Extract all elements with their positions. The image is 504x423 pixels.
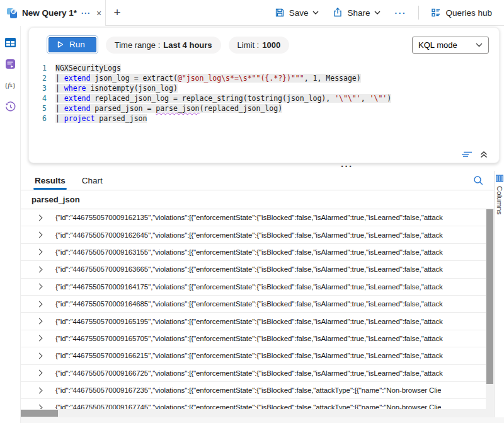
table-row[interactable]: {"id":"4467550570009162645","violations"… (21, 226, 494, 243)
table-row[interactable]: {"id":"4467550570009166215","violations"… (21, 347, 494, 364)
save-icon (275, 8, 285, 18)
horizontal-scrollbar-thumb[interactable] (21, 410, 58, 417)
expand-row-chevron-icon[interactable] (37, 266, 43, 272)
code-text: | where isnotempty(json_log) (55, 83, 178, 93)
kusto-web-explorer: New Query 1* ··· × + Save (0, 0, 504, 423)
table-row[interactable]: {"id":"4467550570009167235","violations"… (21, 382, 494, 399)
share-chevron-down-icon (374, 11, 381, 14)
expand-row-chevron-icon[interactable] (37, 249, 43, 255)
content-area: Run Time range : Last 4 hours Limit : 10… (21, 26, 504, 423)
query-editor[interactable]: 1NGXSecurityLogs2| extend json_log = ext… (29, 58, 499, 124)
row-json-value: {"id":"4467550570009162645","violations"… (55, 231, 443, 239)
vertical-scrollbar[interactable] (486, 209, 494, 417)
expand-row-chevron-icon[interactable] (37, 232, 43, 238)
query-tab-title: New Query 1* (22, 8, 77, 18)
editor-line[interactable]: 4| extend replaced_json_log = replace_st… (29, 93, 499, 103)
line-number: 5 (29, 103, 47, 113)
expand-row-chevron-icon[interactable] (37, 301, 43, 307)
expand-row-chevron-icon[interactable] (37, 318, 43, 325)
share-button[interactable]: Share (327, 4, 386, 21)
column-header-parsed-json[interactable]: parsed_json (21, 190, 494, 209)
line-number: 3 (29, 83, 47, 93)
save-button[interactable]: Save (269, 4, 325, 21)
search-icon[interactable] (472, 174, 485, 187)
row-json-value: {"id":"4467550570009167235","violations"… (55, 386, 441, 394)
limit-label: Limit : (238, 40, 260, 50)
play-icon (57, 41, 64, 48)
expand-row-chevron-icon[interactable] (37, 214, 43, 221)
code-text: | project parsed_json (55, 113, 147, 124)
columns-side-panel[interactable]: Columns (494, 171, 504, 417)
topbar-actions: Save Share ··· (269, 0, 504, 25)
row-json-value: {"id":"4467550570009166725","violations"… (55, 369, 443, 377)
row-json-value: {"id":"4467550570009164685","violations"… (55, 300, 443, 308)
time-range-value: Last 4 hours (163, 40, 212, 50)
tab-close-icon[interactable]: × (95, 8, 103, 18)
tables-icon[interactable] (4, 36, 16, 49)
adx-logo-icon (6, 8, 18, 19)
query-mode-select[interactable]: KQL mode (412, 37, 489, 54)
limit-picker[interactable]: Limit : 1000 (229, 37, 290, 54)
row-json-value: {"id":"4467550570009165195","violations"… (55, 318, 443, 325)
tab-more-icon[interactable]: ··· (81, 9, 91, 18)
run-label: Run (69, 40, 85, 49)
expand-row-chevron-icon[interactable] (37, 370, 43, 376)
tab-results[interactable]: Results (35, 171, 66, 190)
line-number: 4 (29, 93, 47, 103)
splitter-handle[interactable]: ··· (341, 161, 353, 171)
editor-line[interactable]: 6| project parsed_json (29, 113, 499, 124)
expand-row-chevron-icon[interactable] (37, 284, 43, 290)
editor-line[interactable]: 5| extend parsed_json = parse_json(repla… (29, 103, 499, 113)
editor-line[interactable]: 2| extend json_log = extract(@"json_log\… (29, 73, 499, 83)
history-icon[interactable] (4, 100, 16, 113)
expand-row-chevron-icon[interactable] (37, 387, 43, 393)
expand-row-chevron-icon[interactable] (37, 352, 43, 359)
save-label: Save (289, 8, 309, 18)
save-chevron-down-icon (312, 11, 319, 14)
results-tab-bar: Results Chart (21, 171, 504, 190)
table-row[interactable]: {"id":"4467550570009165195","violations"… (21, 313, 494, 330)
table-row[interactable]: {"id":"4467550570009166725","violations"… (21, 365, 494, 382)
time-range-picker[interactable]: Time range : Last 4 hours (106, 37, 221, 54)
limit-value: 1000 (262, 40, 280, 50)
new-tab-button[interactable]: + (106, 0, 129, 25)
share-label: Share (347, 8, 370, 18)
run-button[interactable]: Run (49, 37, 96, 52)
more-actions-button[interactable]: ··· (389, 4, 412, 21)
table-row[interactable]: {"id":"4467550570009163155","violations"… (21, 244, 494, 261)
editor-footer-icons (460, 149, 489, 159)
bottom-strip (21, 417, 504, 423)
table-row[interactable]: {"id":"4467550570009163665","violations"… (21, 261, 494, 278)
row-json-value: {"id":"4467550570009163665","violations"… (55, 265, 443, 273)
table-row[interactable]: {"id":"4467550570009164175","violations"… (21, 279, 494, 296)
expand-row-chevron-icon[interactable] (37, 335, 43, 342)
collapse-editor-icon[interactable] (479, 149, 489, 159)
editor-line[interactable]: 1NGXSecurityLogs (29, 63, 499, 73)
queries-hub-label: Queries hub (445, 8, 492, 18)
query-panel: Run Time range : Last 4 hours Limit : 10… (28, 27, 500, 163)
functions-icon[interactable]: {fx} (4, 79, 16, 91)
topbar-divider (418, 6, 419, 20)
line-number: 2 (29, 73, 47, 83)
query-tab[interactable]: New Query 1* ··· × (0, 0, 106, 26)
code-text: | extend json_log = extract(@"json_log\s… (55, 73, 361, 83)
queries-hub-icon (431, 8, 441, 18)
queries-hub-button[interactable]: Queries hub (425, 4, 498, 21)
table-row[interactable]: {"id":"4467550570009164685","violations"… (21, 296, 494, 313)
table-row[interactable]: {"id":"4467550570009162135","violations"… (21, 209, 494, 226)
editor-line[interactable]: 3| where isnotempty(json_log) (29, 83, 499, 93)
run-button-focus-ring: Run (47, 35, 98, 54)
tab-chart[interactable]: Chart (82, 171, 103, 190)
code-text: NGXSecurityLogs (55, 63, 121, 73)
row-json-value: {"id":"4467550570009165705","violations"… (55, 335, 443, 342)
code-text: | extend replaced_json_log = replace_str… (55, 93, 391, 103)
query-list-icon[interactable] (4, 57, 16, 70)
row-json-value: {"id":"4467550570009163155","violations"… (55, 248, 443, 256)
query-mode-value: KQL mode (418, 40, 457, 50)
results-grid: parsed_json {"id":"4467550570009162135",… (21, 190, 494, 423)
vertical-scrollbar-thumb[interactable] (486, 209, 493, 384)
horizontal-scrollbar[interactable] (21, 409, 486, 417)
share-icon (333, 8, 343, 18)
table-row[interactable]: {"id":"4467550570009165705","violations"… (21, 330, 494, 347)
view-options-icon[interactable] (460, 150, 474, 159)
